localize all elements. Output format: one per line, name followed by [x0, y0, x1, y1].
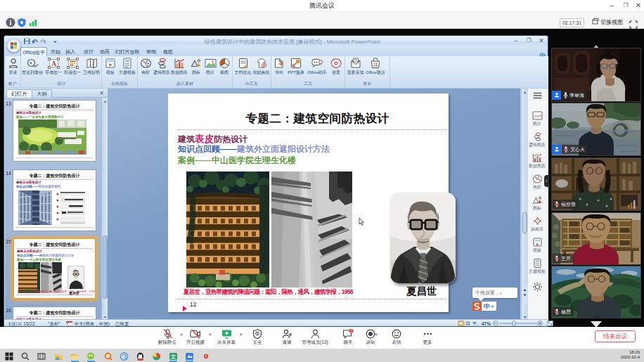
svg-text:▾: ▾ — [491, 304, 494, 309]
svg-text:中: 中 — [484, 303, 490, 310]
svg-text:A: A — [51, 60, 56, 67]
svg-text:文: 文 — [170, 354, 176, 359]
